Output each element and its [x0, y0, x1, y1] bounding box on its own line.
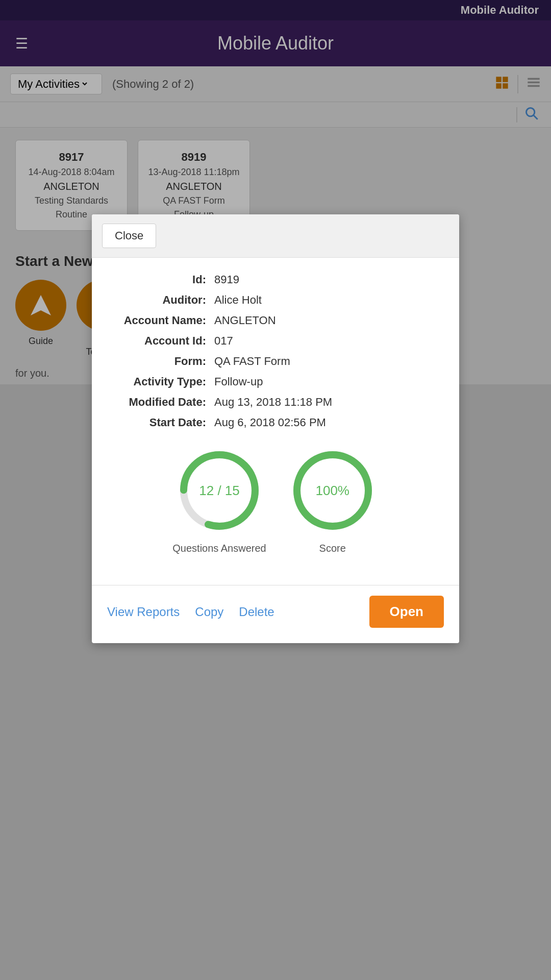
copy-link[interactable]: Copy: [195, 605, 223, 619]
score-chart: 100% Score: [287, 445, 379, 554]
modal-footer: View Reports Copy Delete Open: [92, 596, 459, 643]
questions-answered-chart: 12 / 15 Questions Answered: [172, 445, 266, 554]
detail-label-start-date: Start Date:: [112, 416, 214, 429]
modal-overlay: Close Id: 8919 Auditor: Alice Holt Accou…: [0, 0, 551, 980]
detail-value-account-name: ANGLETON: [214, 314, 276, 327]
detail-value-form: QA FAST Form: [214, 355, 290, 368]
modal-divider: [92, 585, 459, 585]
activity-detail-modal: Close Id: 8919 Auditor: Alice Holt Accou…: [92, 214, 459, 643]
detail-value-activity-type: Follow-up: [214, 375, 263, 388]
detail-value-auditor: Alice Holt: [214, 293, 262, 307]
detail-value-modified-date: Aug 13, 2018 11:18 PM: [214, 396, 332, 409]
questions-center-text: 12 / 15: [199, 483, 240, 499]
detail-row-account-id: Account Id: 017: [112, 334, 439, 348]
open-button[interactable]: Open: [369, 596, 444, 628]
detail-value-start-date: Aug 6, 2018 02:56 PM: [214, 416, 326, 429]
detail-row-auditor: Auditor: Alice Holt: [112, 293, 439, 307]
modal-action-links: View Reports Copy Delete: [107, 605, 274, 619]
detail-label-id: Id:: [112, 273, 214, 286]
delete-link[interactable]: Delete: [239, 605, 274, 619]
detail-row-id: Id: 8919: [112, 273, 439, 286]
detail-row-activity-type: Activity Type: Follow-up: [112, 375, 439, 388]
detail-row-modified-date: Modified Date: Aug 13, 2018 11:18 PM: [112, 396, 439, 409]
questions-chart-label: Questions Answered: [172, 543, 266, 554]
detail-value-id: 8919: [214, 273, 239, 286]
detail-label-modified-date: Modified Date:: [112, 396, 214, 409]
detail-label-auditor: Auditor:: [112, 293, 214, 307]
modal-close-button[interactable]: Close: [102, 224, 156, 248]
detail-label-account-id: Account Id:: [112, 334, 214, 348]
questions-circle-wrapper: 12 / 15: [173, 445, 265, 536]
detail-table: Id: 8919 Auditor: Alice Holt Account Nam…: [112, 273, 439, 429]
detail-label-account-name: Account Name:: [112, 314, 214, 327]
charts-row: 12 / 15 Questions Answered 100%: [112, 445, 439, 554]
detail-label-form: Form:: [112, 355, 214, 368]
score-center-text: 100%: [315, 483, 349, 499]
score-chart-label: Score: [319, 543, 346, 554]
detail-value-account-id: 017: [214, 334, 233, 348]
view-reports-link[interactable]: View Reports: [107, 605, 180, 619]
modal-header: Close: [92, 214, 459, 258]
detail-row-form: Form: QA FAST Form: [112, 355, 439, 368]
score-circle-wrapper: 100%: [287, 445, 379, 536]
modal-body: Id: 8919 Auditor: Alice Holt Account Nam…: [92, 258, 459, 585]
detail-row-start-date: Start Date: Aug 6, 2018 02:56 PM: [112, 416, 439, 429]
detail-label-activity-type: Activity Type:: [112, 375, 214, 388]
detail-row-account-name: Account Name: ANGLETON: [112, 314, 439, 327]
